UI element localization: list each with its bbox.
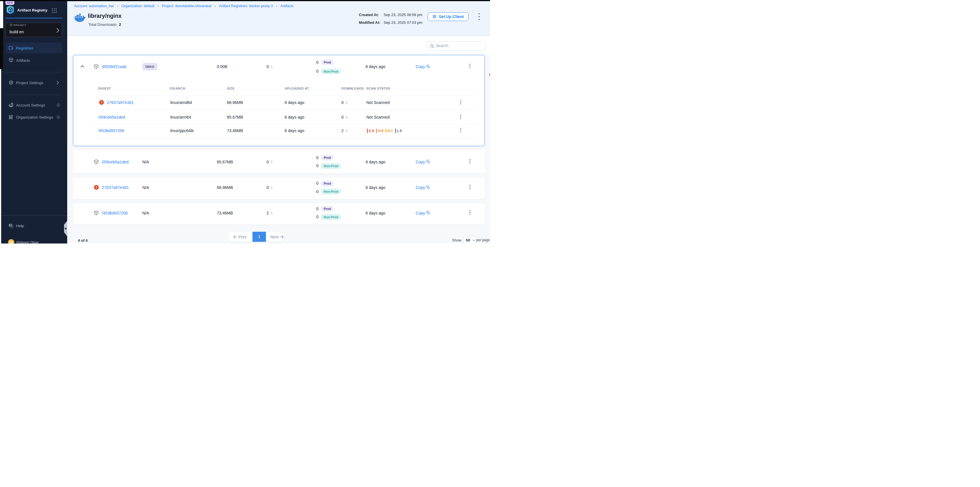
svg-text:?: ?	[10, 224, 11, 226]
